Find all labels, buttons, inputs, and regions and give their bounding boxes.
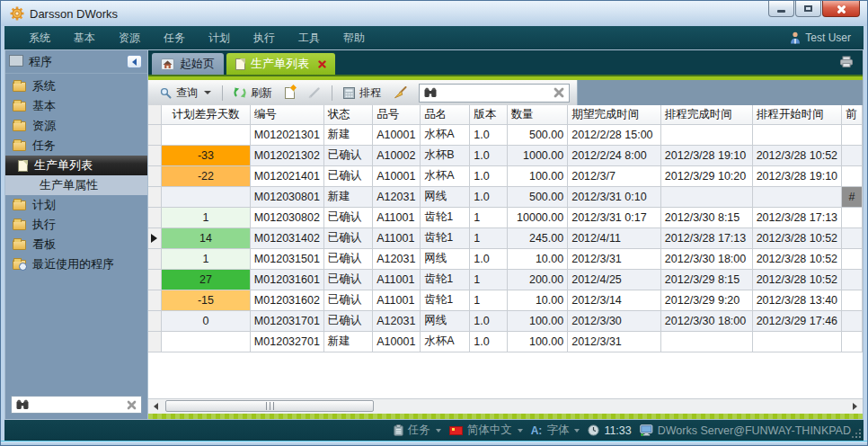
cell-extra[interactable] (842, 145, 863, 165)
cell-order-code[interactable]: M012031602 (250, 290, 323, 310)
table-row[interactable]: 1M012031501已确认A12031网线1.010.002012/3/312… (148, 248, 863, 269)
cell-item-no[interactable]: A11001 (373, 207, 421, 227)
table-row[interactable]: M012030801新建A12031网线1.0500.002012/3/31 0… (148, 186, 863, 207)
cell-diff-days[interactable] (161, 186, 250, 207)
cell-sched-finish[interactable]: 2012/3/29 9:20 (660, 290, 752, 310)
tab-production-order-list[interactable]: 生产单列表 (226, 53, 335, 75)
refresh-button[interactable]: 刷新 (229, 83, 277, 103)
tab-close-button[interactable] (318, 60, 326, 68)
cell-quantity[interactable]: 500.00 (507, 186, 568, 207)
cell-expect-finish[interactable]: 2012/3/31 (568, 248, 661, 269)
cell-item-name[interactable]: 齿轮1 (421, 207, 470, 227)
cell-expect-finish[interactable]: 2012/4/11 (568, 227, 661, 248)
cell-sched-start[interactable]: 2012/3/28 13:40 (752, 290, 841, 310)
clear-search-icon[interactable] (127, 400, 137, 410)
sidebar-item[interactable]: 计划 (5, 195, 147, 215)
table-row[interactable]: 0M012031701已确认A12031网线1.0100.002012/3/30… (148, 310, 863, 331)
cell-extra[interactable]: # (842, 186, 863, 207)
cell-sched-start[interactable] (752, 331, 841, 352)
cell-item-name[interactable]: 水杯A (421, 124, 470, 145)
cell-extra[interactable] (842, 269, 863, 290)
minimize-button[interactable] (768, 1, 794, 17)
table-row[interactable]: -22M012021401已确认A10001水杯A1.0100.002012/3… (148, 165, 863, 186)
menu-item-3[interactable]: 资源 (107, 27, 152, 49)
column-header[interactable]: 排程完成时间 (660, 105, 752, 124)
cell-status[interactable]: 已确认 (323, 227, 372, 248)
row-selector-cell[interactable] (148, 227, 161, 248)
row-selector-cell[interactable] (148, 165, 161, 186)
cell-item-no[interactable]: A10001 (373, 165, 421, 186)
cell-order-code[interactable]: M012030802 (250, 207, 323, 227)
cell-item-name[interactable]: 网线 (421, 186, 470, 207)
cell-sched-finish[interactable] (660, 331, 752, 352)
query-dropdown-icon[interactable] (204, 91, 211, 94)
maximize-button[interactable] (795, 1, 821, 17)
sidebar-item[interactable]: 生产单列表 (5, 156, 147, 175)
cell-order-code[interactable]: M012031402 (250, 227, 323, 248)
menu-item-1[interactable]: 系统 (17, 27, 62, 49)
status-language-menu[interactable]: 简体中文 (449, 423, 523, 438)
resize-grip[interactable] (853, 430, 861, 438)
cell-status[interactable]: 已确认 (323, 269, 372, 290)
cell-sched-finish[interactable]: 2012/3/30 18:00 (660, 248, 752, 269)
cell-status[interactable]: 已确认 (323, 145, 372, 165)
sidebar-item[interactable]: 最近使用的程序 (5, 254, 147, 274)
cell-version[interactable]: 1.0 (470, 248, 507, 269)
cell-sched-finish[interactable]: 2012/3/29 10:20 (660, 165, 752, 186)
sidebar-item[interactable]: 看板 (5, 235, 147, 254)
close-button[interactable] (822, 1, 860, 17)
cell-order-code[interactable]: M012031601 (250, 269, 323, 290)
cell-order-code[interactable]: M012021301 (250, 124, 323, 145)
column-header[interactable]: 品名 (421, 105, 470, 124)
scrollbar-track[interactable] (164, 399, 847, 414)
cell-expect-finish[interactable]: 2012/3/31 0:17 (568, 207, 661, 227)
row-selector-cell[interactable] (148, 310, 161, 331)
cell-diff-days[interactable]: 27 (161, 269, 250, 290)
cell-sched-finish[interactable]: 2012/3/30 8:15 (660, 207, 752, 227)
cell-quantity[interactable]: 500.00 (507, 124, 568, 145)
cell-status[interactable]: 已确认 (323, 207, 372, 227)
cell-version[interactable]: 1.0 (470, 186, 507, 207)
cell-version[interactable]: 1.0 (470, 145, 507, 165)
cell-sched-finish[interactable]: 2012/3/30 18:00 (660, 310, 752, 331)
sidebar-collapse-button[interactable] (127, 55, 142, 68)
cell-expect-finish[interactable]: 2012/2/24 8:00 (568, 145, 661, 165)
cell-status[interactable]: 已确认 (323, 248, 372, 269)
cell-item-no[interactable]: A10001 (373, 124, 421, 145)
cell-sched-start[interactable]: 2012/3/29 17:46 (752, 310, 841, 331)
printer-icon[interactable] (839, 56, 854, 67)
cell-item-no[interactable]: A11001 (373, 269, 421, 290)
cell-status[interactable]: 已确认 (323, 310, 372, 331)
table-row[interactable]: M012032701新建A10001水杯A1.0100.002012/3/31 (148, 331, 863, 352)
cell-status[interactable]: 新建 (323, 186, 372, 207)
row-selector-cell[interactable] (148, 269, 161, 290)
menu-item-8[interactable]: 帮助 (332, 27, 376, 49)
sidebar-item[interactable]: 生产单属性 (5, 175, 147, 195)
scroll-right-button[interactable] (847, 399, 863, 414)
table-row[interactable]: 1M012030802已确认A11001齿轮1110000.002012/3/3… (148, 207, 863, 227)
cell-order-code[interactable]: M012021401 (250, 165, 323, 186)
column-header[interactable]: 计划差异天数 (161, 105, 250, 124)
table-row[interactable]: 27M012031601已确认A11001齿轮11200.002012/4/25… (148, 269, 863, 290)
cell-sched-finish[interactable] (660, 186, 752, 207)
row-selector-cell[interactable] (148, 290, 161, 310)
cell-item-no[interactable]: A11001 (373, 290, 421, 310)
table-row[interactable]: -33M012021302已确认A10002水杯B1.01000.002012/… (148, 145, 863, 165)
row-selector-cell[interactable] (148, 331, 161, 352)
cell-sched-start[interactable] (752, 186, 841, 207)
cell-expect-finish[interactable]: 2012/2/28 15:00 (568, 124, 661, 145)
cell-quantity[interactable]: 100.00 (507, 310, 568, 331)
sidebar-search-input[interactable] (33, 398, 122, 411)
cell-sched-start[interactable]: 2012/3/28 17:13 (752, 207, 841, 227)
row-selector-cell[interactable] (148, 248, 161, 269)
cell-extra[interactable] (842, 227, 863, 248)
cell-expect-finish[interactable]: 2012/3/30 (568, 310, 661, 331)
row-selector-cell[interactable] (148, 145, 161, 165)
cell-sched-finish[interactable] (660, 124, 752, 145)
tab-home[interactable]: 起始页 (152, 53, 224, 75)
cell-quantity[interactable]: 245.00 (507, 227, 568, 248)
sidebar-item[interactable]: 资源 (5, 116, 147, 136)
cell-item-name[interactable]: 水杯B (421, 145, 470, 165)
cell-sched-finish[interactable]: 2012/3/28 19:10 (660, 145, 752, 165)
cell-item-no[interactable]: A12031 (373, 186, 421, 207)
